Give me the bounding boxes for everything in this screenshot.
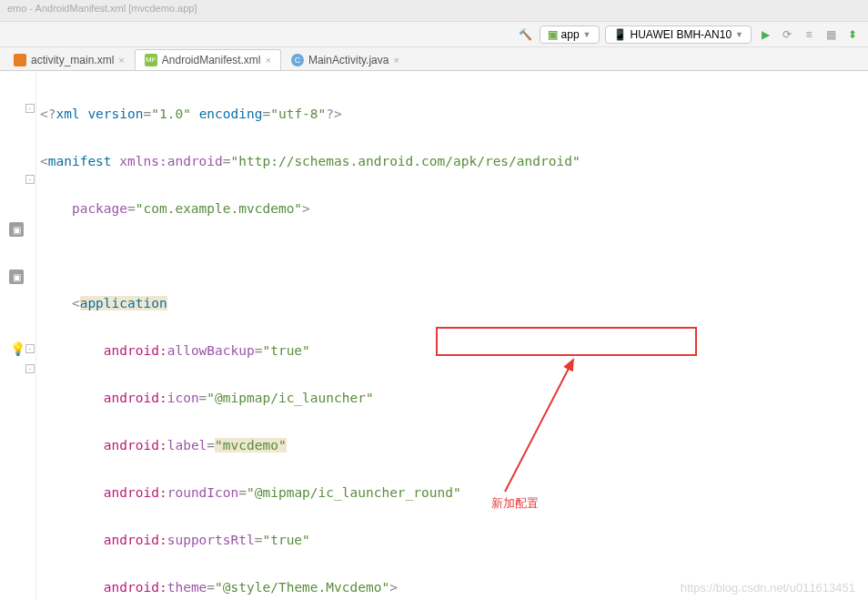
device-selector[interactable]: 📱 HUAWEI BMH-AN10 ▼	[605, 25, 752, 44]
xmlns-attr: xmlns:android	[119, 154, 223, 168]
build-icon[interactable]: 🔨	[518, 26, 534, 43]
sync-icon[interactable]: ⬍	[844, 26, 861, 43]
device-label: HUAWEI BMH-AN10	[631, 28, 732, 41]
editor-gutter: - - ▣ ▣ 💡 - -	[0, 71, 36, 600]
icon-val: "@mipmap/ic_launcher"	[207, 391, 373, 405]
window-titlebar: emo - AndroidManifest.xml [mvcdemo.app]	[0, 0, 868, 22]
debug-icon[interactable]: ⟳	[779, 26, 795, 43]
java-class-icon: C	[291, 54, 304, 66]
editor-area: - - ▣ ▣ 💡 - - <?xml version="1.0" encodi…	[0, 71, 868, 600]
xml-file-icon	[14, 54, 26, 66]
tab-activity-main[interactable]: activity_main.xml ×	[4, 49, 135, 70]
chevron-down-icon: ▼	[583, 30, 591, 39]
image-gutter-icon[interactable]: ▣	[9, 269, 24, 284]
run-button[interactable]: ▶	[757, 26, 773, 43]
fold-marker[interactable]: -	[25, 104, 35, 113]
tab-label: MainActivity.java	[308, 54, 389, 66]
roundIcon-val: "@mipmap/ic_launcher_round"	[247, 485, 461, 500]
tab-label: AndroidManifest.xml	[162, 54, 261, 66]
close-icon[interactable]: ×	[118, 55, 124, 66]
manifest-file-icon: MF	[145, 54, 157, 66]
watermark-text: https://blog.csdn.net/u011613451	[681, 581, 855, 595]
android-app-icon: ▣	[548, 28, 558, 41]
intention-bulb-icon[interactable]: 💡	[9, 341, 25, 357]
chevron-down-icon: ▼	[735, 30, 743, 39]
supportsRtl-val: "true"	[262, 533, 309, 547]
avd-icon[interactable]: ▦	[823, 26, 839, 43]
xml-encoding: "utf-8"	[270, 107, 326, 121]
run-config-label: app	[561, 28, 580, 41]
code-editor[interactable]: <?xml version="1.0" encoding="utf-8"?> <…	[36, 71, 868, 600]
editor-tabs: activity_main.xml × MF AndroidManifest.x…	[0, 47, 868, 71]
xml-version: "1.0"	[151, 107, 191, 121]
allowBackup-val: "true"	[262, 343, 309, 358]
theme-val: "@style/Theme.Mvcdemo"	[215, 580, 389, 595]
image-gutter-icon[interactable]: ▣	[9, 222, 24, 237]
close-icon[interactable]: ×	[393, 55, 399, 66]
annotation-arrow	[464, 355, 591, 501]
close-icon[interactable]: ×	[266, 55, 271, 66]
tab-manifest[interactable]: MF AndroidManifest.xml ×	[135, 49, 281, 70]
tab-mainactivity[interactable]: C MainActivity.java ×	[281, 49, 409, 70]
profile-icon[interactable]: ≡	[801, 26, 817, 43]
fold-marker[interactable]: -	[25, 364, 35, 373]
tab-label: activity_main.xml	[31, 54, 114, 66]
run-config-app[interactable]: ▣ app ▼	[540, 25, 600, 44]
label-val: "mvcdemo"	[215, 438, 287, 453]
svg-line-0	[505, 360, 573, 492]
fold-marker[interactable]: -	[25, 344, 35, 353]
phone-icon: 📱	[613, 28, 627, 41]
annotation-label: 新加配置	[491, 492, 539, 515]
main-toolbar: 🔨 ▣ app ▼ 📱 HUAWEI BMH-AN10 ▼ ▶ ⟳ ≡ ▦ ⬍	[0, 22, 868, 47]
package-val: "com.example.mvcdemo"	[136, 201, 302, 216]
fold-marker[interactable]: -	[25, 175, 35, 184]
xmlns-val: "http://schemas.android.com/apk/res/andr…	[231, 154, 580, 168]
